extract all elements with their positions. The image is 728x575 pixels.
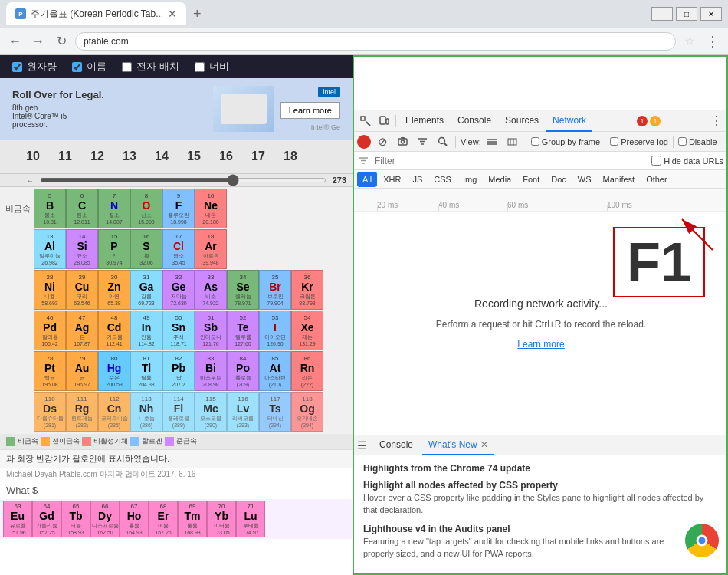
- disable-cache-checkbox[interactable]: [678, 137, 687, 146]
- element-Fl[interactable]: 114Fl플레로븀(289): [162, 392, 195, 432]
- element-Dy[interactable]: 66Dy디스프로슘162.50: [90, 501, 120, 537]
- dt-bottom-tab-console[interactable]: Console: [373, 435, 419, 455]
- element-Cl[interactable]: 17Cl염소35.45: [162, 229, 195, 269]
- element-Ds[interactable]: 110Ds다름슈타튬(281): [34, 392, 66, 432]
- element-Tm[interactable]: 69Tm툴륨168.93: [178, 501, 207, 537]
- element-Pb[interactable]: 82Pb납207.2: [162, 351, 195, 391]
- element-N[interactable]: 7N질소14.007: [98, 189, 130, 228]
- element-Ts[interactable]: 117Ts테네신(294): [259, 392, 291, 432]
- element-Ar[interactable]: 18Ar아르곤39.948: [195, 229, 227, 269]
- preserve-log-label[interactable]: Preserve log: [610, 137, 668, 146]
- element-C[interactable]: 6C탄소12.011: [66, 189, 98, 228]
- record-button[interactable]: [357, 135, 371, 149]
- element-Cu[interactable]: 29Cu구리63.546: [66, 270, 98, 310]
- element-Bi[interactable]: 83Bi비스무트208.98: [195, 351, 227, 391]
- element-Tb[interactable]: 65Tb터븀158.93: [61, 501, 90, 537]
- element-Rg[interactable]: 111Rg뢴트게늄(282): [66, 392, 98, 432]
- back-button[interactable]: ←: [6, 32, 25, 51]
- element-Tl[interactable]: 81Tl탈륨204.38: [130, 351, 162, 391]
- ctrl-name[interactable]: 이름: [72, 60, 107, 74]
- element-Ni[interactable]: 28Ni니켈58.693: [34, 270, 66, 310]
- bookmark-button[interactable]: ☆: [680, 32, 699, 51]
- whats-new-close-button[interactable]: ✕: [480, 439, 488, 450]
- search-button[interactable]: [434, 133, 451, 150]
- dt-tab-console[interactable]: Console: [451, 110, 497, 132]
- element-At[interactable]: 85At아스타틴(210): [259, 351, 291, 391]
- element-Zn[interactable]: 30Zn아연65.38: [98, 270, 130, 310]
- dt-bottom-hamburger[interactable]: ☰: [357, 439, 367, 452]
- element-Ho[interactable]: 67Ho홀뮴164.93: [120, 501, 149, 537]
- type-filter-ws[interactable]: WS: [572, 172, 597, 187]
- element-Cn[interactable]: 112Cn코페르니슘(285): [98, 392, 130, 432]
- element-Mc[interactable]: 115Mc모스코븀(290): [195, 392, 227, 432]
- tab-close-button[interactable]: ✕: [168, 8, 177, 20]
- element-As[interactable]: 33As비소74.922: [195, 270, 227, 310]
- element-picker-button[interactable]: [357, 113, 374, 130]
- element-Ga[interactable]: 31Ga갈륨69.723: [130, 270, 162, 310]
- window-maximize-button[interactable]: □: [676, 7, 697, 21]
- element-Sb[interactable]: 51Sb안티모니121.76: [195, 310, 227, 350]
- learn-more-button[interactable]: Learn more: [280, 102, 340, 119]
- element-I[interactable]: 53I아이오딘126.90: [259, 310, 291, 350]
- ctrl-width[interactable]: 너비: [195, 60, 229, 74]
- element-Kr[interactable]: 36Kr크립톤83.798: [291, 270, 323, 310]
- refresh-button[interactable]: ↻: [52, 32, 71, 51]
- list-view-button[interactable]: [484, 133, 501, 150]
- element-Gd[interactable]: 64Gd가돌리늄157.25: [32, 501, 61, 537]
- element-Rn[interactable]: 86Rn라돈(222): [291, 351, 323, 391]
- element-P[interactable]: 15P인30.974: [98, 229, 130, 269]
- element-Eu[interactable]: 63Eu유로퓸151.96: [3, 501, 32, 537]
- element-O[interactable]: 8O산소15.999: [130, 189, 162, 228]
- name-checkbox[interactable]: [72, 62, 82, 72]
- clear-button[interactable]: ⊘: [374, 133, 391, 150]
- group-by-frame-label[interactable]: Group by frame: [531, 137, 600, 146]
- element-Lv[interactable]: 116Lv리버모륨(293): [227, 392, 259, 432]
- type-filter-css[interactable]: CSS: [428, 172, 457, 187]
- type-filter-img[interactable]: Img: [457, 172, 482, 187]
- group-by-frame-checkbox[interactable]: [531, 137, 539, 146]
- disable-cache-label[interactable]: Disable: [678, 137, 717, 146]
- element-Ag[interactable]: 47Ag은107.87: [66, 310, 98, 350]
- element-Ge[interactable]: 32Ge저마늄72.630: [162, 270, 195, 310]
- element-F[interactable]: 9F플루오린18.998: [162, 189, 195, 228]
- temperature-slider[interactable]: [40, 178, 326, 182]
- new-tab-button[interactable]: +: [186, 3, 208, 25]
- element-Nh[interactable]: 113Nh니호늄(286): [130, 392, 162, 432]
- hide-data-urls-label[interactable]: Hide data URLs: [651, 156, 723, 166]
- element-In[interactable]: 49In인듐114.82: [130, 310, 162, 350]
- dt-tab-sources[interactable]: Sources: [499, 110, 545, 132]
- type-filter-all[interactable]: All: [357, 172, 377, 187]
- filter-input[interactable]: [375, 156, 645, 166]
- element-Ne[interactable]: 10Ne네온20.180: [195, 189, 227, 228]
- type-filter-manifest[interactable]: Manifest: [598, 172, 641, 187]
- dt-bottom-tab-whats-new[interactable]: What's New ✕: [422, 435, 494, 455]
- element-S[interactable]: 16S황32.06: [130, 229, 162, 269]
- type-filter-doc[interactable]: Doc: [546, 172, 572, 187]
- element-B[interactable]: 5B붕소10.81: [34, 189, 66, 228]
- dt-tab-network[interactable]: Network: [546, 110, 592, 132]
- element-Er[interactable]: 68Er어븀167.26: [149, 501, 178, 537]
- window-close-button[interactable]: ✕: [700, 7, 722, 21]
- element-Og[interactable]: 118Og오가네손(294): [291, 392, 323, 432]
- element-Lu[interactable]: 71Lu루테튬174.97: [236, 501, 265, 537]
- electron-checkbox[interactable]: [122, 62, 132, 72]
- atomic-weight-checkbox[interactable]: [12, 62, 22, 72]
- element-Po[interactable]: 84Po폴로늄(209): [227, 351, 259, 391]
- active-tab[interactable]: P 주기율표 (Korean Periodic Tab... ✕: [6, 2, 186, 25]
- type-filter-js[interactable]: JS: [407, 172, 428, 187]
- width-checkbox[interactable]: [195, 62, 205, 72]
- element-Au[interactable]: 79Au금196.97: [66, 351, 98, 391]
- type-filter-media[interactable]: Media: [483, 172, 516, 187]
- hide-data-urls-checkbox[interactable]: [651, 156, 661, 166]
- preserve-log-checkbox[interactable]: [610, 137, 618, 146]
- camera-button[interactable]: [394, 133, 411, 150]
- element-Br[interactable]: 35Br브로민79.904: [259, 270, 291, 310]
- element-Cd[interactable]: 48Cd카드뮴112.41: [98, 310, 130, 350]
- window-minimize-button[interactable]: —: [651, 7, 673, 21]
- element-Hg[interactable]: 80Hg수은200.59: [98, 351, 130, 391]
- element-Pt[interactable]: 78Pt백금195.08: [34, 351, 66, 391]
- element-Xe[interactable]: 54Xe제논131.29: [291, 310, 323, 350]
- waterfall-view-button[interactable]: [504, 133, 521, 150]
- element-Sn[interactable]: 50Sn주석118.71: [162, 310, 195, 350]
- ctrl-atomic-weight[interactable]: 원자량: [12, 60, 57, 74]
